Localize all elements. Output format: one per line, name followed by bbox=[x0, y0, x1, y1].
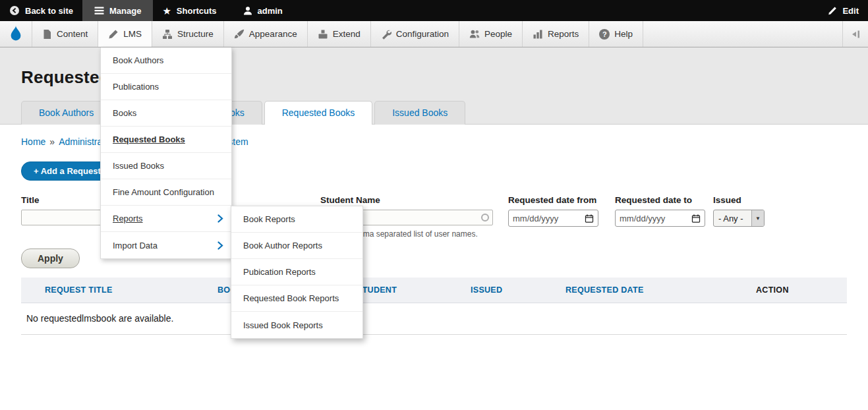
manage-menu-button[interactable]: Manage bbox=[82, 0, 153, 21]
toolbar-item-people[interactable]: People bbox=[459, 21, 523, 47]
menu-item-issued-books[interactable]: Issued Books bbox=[101, 153, 231, 179]
drupal-logo[interactable] bbox=[0, 21, 32, 47]
toolbar-item-lms[interactable]: LMS bbox=[98, 21, 152, 47]
menu-item-requested-books[interactable]: Requested Books bbox=[101, 127, 231, 153]
empty-results-text: No requestedlmsbook are available. bbox=[21, 303, 847, 335]
pencil-icon bbox=[108, 29, 119, 40]
toolbar-item-configuration[interactable]: Configuration bbox=[371, 21, 459, 47]
module-icon bbox=[318, 29, 328, 40]
topbar-spacer bbox=[292, 0, 819, 21]
star-icon: ★ bbox=[162, 6, 171, 16]
column-header-requested-date[interactable]: REQUESTED DATE bbox=[558, 278, 748, 303]
date-from-input[interactable]: mm/dd/yyyy bbox=[508, 210, 598, 227]
edit-pencil-icon bbox=[828, 6, 837, 15]
toolbar-item-structure[interactable]: Structure bbox=[152, 21, 224, 47]
calendar-icon bbox=[691, 214, 701, 223]
toolbar-label-content: Content bbox=[57, 29, 88, 39]
student-filter-label: Student Name bbox=[320, 195, 493, 205]
menu-item-fine-amount-configuration[interactable]: Fine Amount Configuration bbox=[101, 179, 231, 206]
issued-select[interactable]: - Any - ▼ bbox=[713, 210, 765, 227]
help-icon: ? bbox=[599, 29, 610, 40]
toolbar-label-help: Help bbox=[614, 29, 633, 39]
toolbar-item-extend[interactable]: Extend bbox=[308, 21, 371, 47]
content-icon bbox=[42, 29, 52, 40]
issued-select-value: - Any - bbox=[714, 210, 751, 226]
toolbar-label-appearance: Appearance bbox=[249, 29, 297, 39]
chevron-right-icon bbox=[217, 214, 223, 223]
column-header-request-title[interactable]: REQUEST TITLE bbox=[21, 278, 210, 303]
issued-filter-group: Issued - Any - ▼ bbox=[713, 195, 765, 227]
menu-item-book-authors[interactable]: Book Authors bbox=[101, 47, 231, 74]
submenu-item-book-author-reports[interactable]: Book Author Reports bbox=[231, 233, 362, 259]
menu-item-books[interactable]: Books bbox=[101, 100, 231, 127]
lms-dropdown-menu: Book Authors Publications Books Requeste… bbox=[100, 47, 232, 259]
toolbar-item-reports[interactable]: Reports bbox=[523, 21, 589, 47]
toolbar-label-structure: Structure bbox=[177, 29, 214, 39]
date-to-placeholder: mm/dd/yyyy bbox=[620, 214, 665, 223]
select-arrow-icon: ▼ bbox=[751, 210, 764, 226]
submenu-item-pubication-reports[interactable]: Pubication Reports bbox=[231, 259, 362, 285]
menu-item-reports[interactable]: Reports bbox=[101, 206, 231, 232]
toolbar-toggle-icon bbox=[850, 29, 861, 40]
calendar-icon bbox=[585, 214, 594, 223]
wrench-icon bbox=[381, 29, 391, 40]
bar-chart-icon bbox=[533, 29, 543, 40]
toolbar-label-reports: Reports bbox=[548, 29, 579, 39]
toolbar-item-content[interactable]: Content bbox=[32, 21, 98, 47]
table-header-row: REQUEST TITLE BOOK STUDENT ISSUED REQUES… bbox=[21, 278, 847, 303]
submenu-item-issued-book-reports[interactable]: Issued Book Reports bbox=[231, 312, 362, 338]
chevron-right-icon bbox=[217, 241, 223, 250]
requested-books-table: REQUEST TITLE BOOK STUDENT ISSUED REQUES… bbox=[21, 278, 847, 335]
drupal-drop-icon bbox=[9, 26, 22, 42]
tab-issued-books[interactable]: Issued Books bbox=[374, 101, 465, 125]
submenu-item-book-reports[interactable]: Book Reports bbox=[231, 206, 362, 233]
date-to-label: Requested date to bbox=[615, 195, 705, 205]
tab-book-authors[interactable]: Book Authors bbox=[21, 101, 111, 125]
user-menu-button[interactable]: admin bbox=[234, 0, 292, 21]
menu-item-publications[interactable]: Publications bbox=[101, 74, 231, 100]
toolbar-orientation-toggle[interactable] bbox=[842, 21, 868, 47]
date-from-placeholder: mm/dd/yyyy bbox=[513, 214, 558, 223]
autocomplete-throbber-icon bbox=[481, 214, 489, 221]
menu-item-import-data[interactable]: Import Data bbox=[101, 232, 231, 258]
column-header-issued[interactable]: ISSUED bbox=[463, 278, 558, 303]
shortcuts-label: Shortcuts bbox=[177, 6, 217, 16]
hamburger-icon bbox=[94, 6, 104, 15]
user-icon bbox=[243, 6, 252, 15]
tabs-bar: Book Authors Publications Books Requeste… bbox=[21, 101, 465, 125]
toolbar-label-extend: Extend bbox=[333, 29, 361, 39]
admin-toolbar: Content LMS Structure Appearance Extend bbox=[0, 21, 868, 47]
column-header-student[interactable]: STUDENT bbox=[349, 278, 463, 303]
shortcuts-button[interactable]: ★ Shortcuts bbox=[153, 0, 225, 21]
breadcrumb-separator: » bbox=[49, 136, 55, 147]
toolbar-label-people: People bbox=[484, 29, 512, 39]
toolbar-label-configuration: Configuration bbox=[396, 29, 449, 39]
tab-requested-books[interactable]: Requested Books bbox=[264, 101, 373, 125]
empty-results-row: No requestedlmsbook are available. bbox=[21, 303, 847, 335]
column-header-action: ACTION bbox=[748, 278, 847, 303]
submenu-item-requested-book-reports[interactable]: Requested Book Reports bbox=[231, 285, 362, 312]
toolbar-item-appearance[interactable]: Appearance bbox=[224, 21, 308, 47]
date-to-filter-group: Requested date to mm/dd/yyyy bbox=[615, 195, 705, 227]
structure-icon bbox=[162, 29, 173, 40]
manage-label: Manage bbox=[109, 6, 141, 16]
edit-button[interactable]: Edit bbox=[819, 0, 868, 21]
top-admin-bar: Back to site Manage ★ Shortcuts admin Ed… bbox=[0, 0, 868, 21]
date-to-input[interactable]: mm/dd/yyyy bbox=[615, 210, 705, 227]
apply-button[interactable]: Apply bbox=[21, 249, 80, 268]
date-from-filter-group: Requested date from mm/dd/yyyy bbox=[508, 195, 598, 227]
edit-label: Edit bbox=[842, 6, 859, 16]
issued-filter-label: Issued bbox=[713, 195, 765, 205]
people-icon bbox=[469, 29, 480, 39]
user-name-label: admin bbox=[258, 6, 283, 16]
back-to-site-button[interactable]: Back to site bbox=[0, 0, 82, 21]
reports-submenu: Book Reports Book Author Reports Pubicat… bbox=[231, 206, 363, 339]
breadcrumb-home-link[interactable]: Home bbox=[21, 136, 45, 147]
paintbrush-icon bbox=[234, 29, 245, 40]
date-from-label: Requested date from bbox=[508, 195, 598, 205]
toolbar-label-lms: LMS bbox=[123, 29, 142, 39]
back-icon bbox=[9, 5, 20, 16]
back-to-site-label: Back to site bbox=[25, 6, 73, 16]
toolbar-item-help[interactable]: ? Help bbox=[589, 21, 643, 47]
